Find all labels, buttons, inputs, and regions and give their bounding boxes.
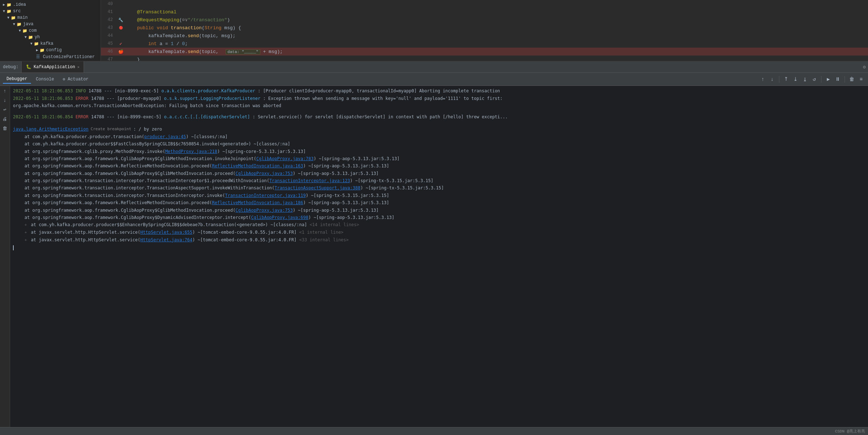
- scroll-bottom-button[interactable]: ↓: [1, 97, 9, 104]
- stack-link-15[interactable]: HttpServlet.java:764: [140, 237, 192, 242]
- line-num-43: 43: [101, 25, 117, 30]
- stack-link-1[interactable]: producer.java:45: [144, 134, 186, 139]
- stack-line-9: at org.springframework.transaction.inter…: [10, 192, 868, 199]
- stack-link-11[interactable]: CglibAopProxy.java:753: [235, 208, 293, 213]
- debug-label: debug:: [0, 61, 22, 72]
- code-editor: 40 41 @Transactional 42 🔧 @RequestMappin…: [101, 0, 868, 61]
- editor-area: ▶ 📁 .idea ▼ 📁 src ▼ 📁 main ▼ 📁 java ▼ 📁 …: [0, 0, 868, 61]
- settings-icon[interactable]: ⚙: [861, 61, 868, 72]
- stack-link-14[interactable]: HttpServlet.java:655: [140, 230, 192, 235]
- blank-line-1: [10, 109, 868, 113]
- tree-item-java[interactable]: ▼ 📁 java: [0, 21, 101, 27]
- step-out-button[interactable]: ⤒: [801, 75, 809, 83]
- stack-line-2: at com.yh.kafka.producer.producer$$FastC…: [10, 140, 868, 148]
- line-num-45: 45: [101, 41, 117, 46]
- trash-button[interactable]: 🗑: [1, 125, 9, 132]
- tree-item-main[interactable]: ▼ 📁 main: [0, 14, 101, 21]
- line-content-47: }: [124, 57, 868, 61]
- code-line-47: 47 }: [101, 56, 868, 61]
- code-line-43: 43 🔴 public void transaction(String msg)…: [101, 24, 868, 32]
- log-message-3: : Servlet.service() for servlet [dispatc…: [253, 114, 508, 120]
- stack-link-8[interactable]: TransactionAspectSupport.java:388: [275, 185, 360, 190]
- stack-line-15: + at javax.servlet.http.HttpServlet.serv…: [10, 236, 868, 244]
- stack-link-3[interactable]: MethodProxy.java:218: [165, 149, 217, 154]
- stack-link-7[interactable]: TransactionInterceptor.java:123: [269, 178, 350, 183]
- stack-line-3: at org.springframework.cglib.proxy.Metho…: [10, 148, 868, 155]
- status-text: CSDN @亮上有亮: [835, 429, 865, 434]
- tab-close-icon[interactable]: ✕: [77, 65, 79, 69]
- tree-item-config[interactable]: ▶ 📁 config: [0, 47, 101, 53]
- toolbar-separator-3: [845, 76, 845, 83]
- line-content-41: @Transactional: [124, 9, 868, 15]
- step-into-button[interactable]: ⤓: [792, 75, 800, 83]
- run-button[interactable]: ↺: [810, 75, 818, 83]
- step-over-button[interactable]: ⤒: [782, 75, 790, 83]
- stack-line-13: + at com.yh.kafka.producer.producer$$Enh…: [10, 221, 868, 229]
- toolbar-separator-1: [779, 76, 779, 83]
- tree-item-partitioner[interactable]: ☰ CustomizePartitioner: [0, 53, 101, 60]
- line-num-40: 40: [101, 1, 117, 6]
- tab-kafka-application[interactable]: 🐛 KafkaApplication ✕: [22, 61, 84, 72]
- log-level-1: INFO: [75, 88, 86, 95]
- stack-line-5: at org.springframework.aop.framework.Ref…: [10, 162, 868, 170]
- print-button[interactable]: 🖨: [1, 115, 9, 123]
- stack-line-4: at org.springframework.aop.framework.Cgl…: [10, 155, 868, 162]
- exception-header-line: java.lang.ArithmeticException Create bre…: [10, 126, 868, 133]
- gutter-43: 🔴: [117, 26, 124, 30]
- soft-wrap-button[interactable]: ↩: [1, 106, 9, 113]
- console-main: 2022-05-11 18:21:06.853 INFO 14788 --- […: [10, 86, 868, 427]
- exception-class-link[interactable]: java.lang.ArithmeticException: [13, 126, 89, 133]
- toolbar-separator-2: [821, 76, 821, 83]
- stack-link-9[interactable]: TransactionInterceptor.java:119: [225, 193, 306, 198]
- code-line-41: 41 @Transactional: [101, 8, 868, 16]
- stack-line-11: at org.springframework.aop.framework.Cgl…: [10, 207, 868, 214]
- more-button[interactable]: ≡: [857, 75, 865, 83]
- tree-item-kafka[interactable]: ▼ 📁 kafka: [0, 40, 101, 47]
- log-class-2: o.s.k.support.LoggingProducerListener: [164, 95, 260, 102]
- exception-line-1: org.apache.kafka.common.errors.Transacti…: [10, 102, 868, 109]
- tree-item-yh[interactable]: ▼ 📁 yh: [0, 34, 101, 40]
- stack-link-12[interactable]: CglibAopProxy.java:698: [251, 215, 309, 220]
- log-thread-2: [producer-myapp0]: [117, 95, 161, 102]
- tree-item-com[interactable]: ▼ 📁 com: [0, 27, 101, 34]
- tab-bar: debug: 🐛 KafkaApplication ✕ ⚙: [0, 61, 868, 73]
- console-tab[interactable]: Console: [32, 75, 58, 83]
- scroll-down-button[interactable]: ↓: [768, 75, 776, 83]
- stack-link-6[interactable]: CglibAopProxy.java:753: [235, 171, 293, 176]
- stack-line-14: + at javax.servlet.http.HttpServlet.serv…: [10, 229, 868, 236]
- log-pid-3: 14788: [91, 114, 104, 120]
- tree-item-src[interactable]: ▼ 📁 src: [0, 8, 101, 14]
- tree-item-idea[interactable]: ▶ 📁 .idea: [0, 1, 101, 8]
- actuator-tab[interactable]: ⚙ Actuator: [59, 75, 92, 83]
- line-content-42: @RequestMapping(⊙∨"/transaction"): [124, 17, 868, 23]
- stack-line-1: at com.yh.kafka.producer.producer.transa…: [10, 133, 868, 140]
- log-timestamp-1: 2022-05-11 18:21:06.853: [13, 88, 73, 95]
- code-line-40: 40: [101, 0, 868, 8]
- gutter-46: 🍎: [117, 49, 124, 54]
- expand-btn-15[interactable]: +: [25, 237, 27, 244]
- expand-btn-14[interactable]: +: [25, 229, 27, 236]
- log-message-2: : Exception thrown when sending a messag…: [263, 95, 503, 102]
- clear-button[interactable]: 🗑: [848, 75, 856, 83]
- exception-text-1: org.apache.kafka.common.errors.Transacti…: [13, 103, 281, 108]
- stack-line-10: at org.springframework.aop.framework.Ref…: [10, 199, 868, 206]
- scroll-top-button[interactable]: ↑: [1, 87, 9, 95]
- gutter-45: ✔: [117, 41, 124, 47]
- stack-link-5[interactable]: ReflectiveMethodInvocation.java:163: [212, 163, 303, 168]
- stack-line-12: at org.springframework.aop.framework.Cgl…: [10, 214, 868, 221]
- log-class-3: o.a.c.c.C.[.[.[dispatcherServlet]: [164, 114, 250, 120]
- exception-msg: : / by zero: [133, 126, 162, 133]
- stack-link-4[interactable]: CglibAopProxy.java:783: [256, 156, 314, 161]
- stack-line-6: at org.springframework.aop.framework.Cgl…: [10, 170, 868, 177]
- pause-button[interactable]: ⏸: [834, 75, 842, 83]
- expand-btn-13[interactable]: +: [25, 222, 27, 229]
- debugger-tab[interactable]: Debugger: [3, 75, 31, 84]
- log-timestamp-2: 2022-05-11 18:21:06.853: [13, 95, 73, 102]
- rerun-button[interactable]: ▶: [824, 75, 832, 83]
- code-line-44: 44 kafkaTemplate.send(topic, msg);: [101, 32, 868, 40]
- file-tree: ▶ 📁 .idea ▼ 📁 src ▼ 📁 main ▼ 📁 java ▼ 📁 …: [0, 0, 101, 61]
- code-line-46: 46 🍎 kafkaTemplate.send(topic, data: "__…: [101, 48, 868, 56]
- line-num-41: 41: [101, 9, 117, 14]
- stack-link-10[interactable]: ReflectiveMethodInvocation.java:186: [212, 200, 303, 205]
- scroll-up-button[interactable]: ↑: [759, 75, 767, 83]
